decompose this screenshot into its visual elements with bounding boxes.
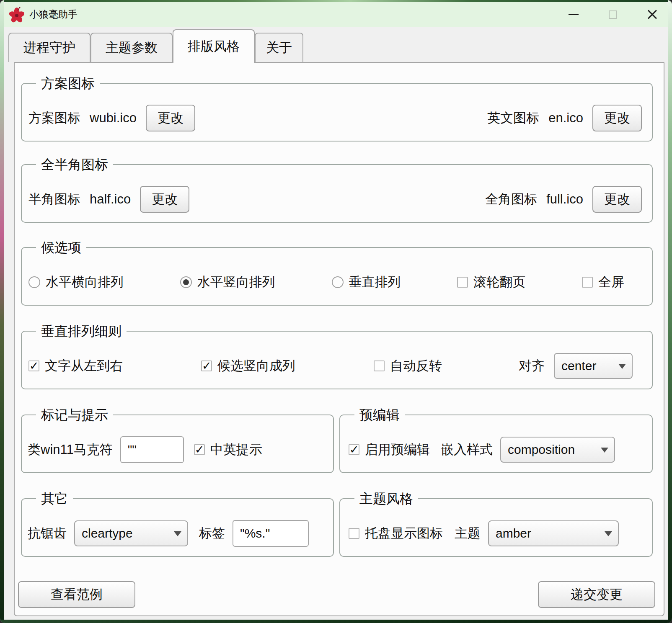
theme-label: 主题 <box>455 525 481 542</box>
group-title: 方案图标 <box>36 75 100 93</box>
tab-about[interactable]: 关于 <box>255 33 303 62</box>
checkbox-label: 全屏 <box>598 273 624 291</box>
change-english-icon-button[interactable]: 更改 <box>592 105 642 131</box>
checkbox-label: 滚轮翻页 <box>473 273 525 291</box>
win11-mark-input[interactable] <box>120 436 184 463</box>
chevron-down-icon <box>601 448 608 453</box>
group-scheme-icon: 方案图标 方案图标 wubi.ico 更改 英文图标 en.ico 更改 <box>21 83 653 142</box>
close-button[interactable] <box>646 8 659 21</box>
checkbox-label: 中英提示 <box>210 441 262 458</box>
antialias-dropdown-value: cleartype <box>82 526 133 541</box>
half-icon-label: 半角图标 <box>28 191 80 208</box>
tab-label: 进程守护 <box>23 39 75 57</box>
group-marks-hints: 标记与提示 类win11马克符 ✓ 中英提示 <box>21 414 334 473</box>
checkbox-label: 启用预编辑 <box>365 441 430 458</box>
tab-label: 关于 <box>266 39 292 57</box>
group-title: 主题风格 <box>354 490 418 508</box>
radio-icon <box>28 276 40 288</box>
checkbox-icon <box>457 277 468 288</box>
checkbox-tray-icon[interactable]: 托盘显示图标 <box>349 525 443 542</box>
group-half-full-icon: 全半角图标 半角图标 half.ico 更改 全角图标 full.ico 更改 <box>21 164 653 223</box>
align-label: 对齐 <box>519 357 545 375</box>
checkbox-icon: ✓ <box>201 360 212 371</box>
checkbox-enable-preedit[interactable]: ✓ 启用预编辑 <box>349 441 430 458</box>
embed-style-dropdown-value: composition <box>508 443 575 457</box>
theme-dropdown-value: amber <box>496 526 531 541</box>
radio-label: 水平竖向排列 <box>197 273 275 291</box>
antialias-label: 抗锯齿 <box>28 525 67 542</box>
chevron-down-icon <box>174 531 181 536</box>
app-window: 小狼毫助手 进程守护 主题参数 排版风格 关于 方案图标 方案图标 wubi.i… <box>0 0 672 623</box>
antialias-dropdown[interactable]: cleartype <box>74 520 188 546</box>
checkbox-candidates-in-column[interactable]: ✓ 候选竖向成列 <box>201 357 295 375</box>
radio-icon <box>332 276 344 288</box>
radio-vertical[interactable]: 垂直排列 <box>332 273 401 291</box>
checkbox-icon: ✓ <box>349 444 359 455</box>
checkbox-label: 自动反转 <box>390 357 442 375</box>
english-icon-value: en.ico <box>548 111 583 126</box>
english-icon-label: 英文图标 <box>487 109 539 127</box>
checkbox-icon: ✓ <box>194 444 205 455</box>
checkbox-label: 文字从左到右 <box>45 357 123 375</box>
scheme-icon-value: wubi.ico <box>90 111 137 126</box>
tag-label: 标签 <box>199 525 225 542</box>
change-scheme-icon-button[interactable]: 更改 <box>146 105 195 131</box>
group-title: 候选项 <box>36 239 86 257</box>
checkbox-icon <box>582 277 593 288</box>
radio-horizontal-row[interactable]: 水平横向排列 <box>28 273 124 291</box>
tab-theme-params[interactable]: 主题参数 <box>90 33 173 62</box>
full-icon-label: 全角图标 <box>485 191 537 208</box>
change-full-icon-button[interactable]: 更改 <box>592 186 642 213</box>
group-title: 预编辑 <box>354 406 405 425</box>
align-dropdown[interactable]: center <box>554 353 633 379</box>
tab-process-guard[interactable]: 进程守护 <box>8 33 90 62</box>
chevron-down-icon <box>605 531 612 536</box>
checkbox-fullscreen[interactable]: 全屏 <box>582 273 624 291</box>
full-icon-value: full.ico <box>546 192 583 207</box>
titlebar: 小狼毫助手 <box>4 2 668 27</box>
maximize-button[interactable] <box>607 8 619 21</box>
minimize-button[interactable] <box>567 8 580 21</box>
group-title: 垂直排列细则 <box>36 322 127 341</box>
half-icon-value: half.ico <box>90 192 131 207</box>
theme-dropdown[interactable]: amber <box>488 520 619 546</box>
embed-style-label: 嵌入样式 <box>441 441 493 458</box>
embed-style-dropdown[interactable]: composition <box>500 437 615 463</box>
view-examples-button[interactable]: 查看范例 <box>18 581 135 608</box>
tab-label: 主题参数 <box>106 39 158 57</box>
checkbox-cn-en-hint[interactable]: ✓ 中英提示 <box>194 441 262 458</box>
group-vertical-detail: 垂直排列细则 ✓ 文字从左到右 ✓ 候选竖向成列 <box>21 331 653 389</box>
checkbox-icon: ✓ <box>28 360 39 371</box>
checkbox-icon <box>349 528 359 539</box>
window-body: 小狼毫助手 进程守护 主题参数 排版风格 关于 方案图标 方案图标 wubi.i… <box>4 2 668 620</box>
chevron-down-icon <box>618 364 626 369</box>
checkbox-text-left-to-right[interactable]: ✓ 文字从左到右 <box>28 357 123 375</box>
tab-label: 排版风格 <box>188 38 240 55</box>
group-title: 全半角图标 <box>36 156 113 174</box>
window-frame-bottom <box>0 620 672 623</box>
checkbox-icon <box>374 360 385 371</box>
hibiscus-flower-icon <box>9 7 24 23</box>
checkbox-wheel-paging[interactable]: 滚轮翻页 <box>457 273 525 291</box>
scheme-icon-label: 方案图标 <box>28 109 80 127</box>
change-half-icon-button[interactable]: 更改 <box>140 186 189 213</box>
radio-horizontal-column[interactable]: 水平竖向排列 <box>180 273 275 291</box>
tab-layout-style[interactable]: 排版风格 <box>173 29 255 63</box>
group-candidates: 候选项 水平横向排列 水平竖向排列 垂直排列 <box>21 247 653 306</box>
radio-icon-selected <box>180 276 192 288</box>
checkbox-auto-reverse[interactable]: 自动反转 <box>374 357 442 375</box>
win11-mark-label: 类win11马克符 <box>28 441 113 458</box>
window-frame-right <box>668 0 672 623</box>
align-dropdown-value: center <box>561 359 596 373</box>
tag-input[interactable] <box>233 520 309 547</box>
window-controls <box>567 2 659 27</box>
radio-label: 水平横向排列 <box>46 273 124 291</box>
checkbox-label: 托盘显示图标 <box>365 525 443 542</box>
group-preedit: 预编辑 ✓ 启用预编辑 嵌入样式 composition <box>339 414 653 473</box>
group-theme-style: 主题风格 托盘显示图标 主题 amber <box>339 498 653 557</box>
submit-changes-button[interactable]: 递交变更 <box>538 581 655 608</box>
checkbox-label: 候选竖向成列 <box>217 357 295 375</box>
group-other: 其它 抗锯齿 cleartype 标签 <box>21 498 334 557</box>
tab-page-layout-style: 方案图标 方案图标 wubi.ico 更改 英文图标 en.ico 更改 <box>14 62 664 616</box>
group-title: 其它 <box>36 490 73 508</box>
